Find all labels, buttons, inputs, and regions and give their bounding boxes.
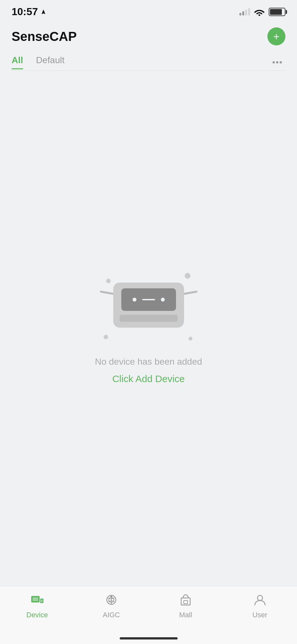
add-device-link[interactable]: Click Add Device: [112, 373, 185, 384]
app-title: SenseCAP: [12, 29, 77, 44]
decoration-dot-2: [185, 273, 190, 279]
robot-screen: [121, 288, 176, 311]
wifi-icon: [254, 8, 265, 16]
decoration-dot-3: [104, 335, 108, 339]
mall-icon: [177, 591, 194, 608]
svg-point-8: [110, 596, 112, 598]
robot-mouth: [142, 299, 155, 300]
svg-point-11: [257, 595, 263, 601]
status-bar: 10:57: [0, 0, 297, 21]
status-icons: [239, 8, 285, 16]
more-options-button[interactable]: [269, 54, 285, 71]
empty-message: No device has been added: [95, 357, 202, 367]
robot-base: [120, 315, 178, 322]
nav-label-mall: Mall: [179, 611, 192, 619]
nav-label-device: Device: [26, 611, 48, 619]
dot-3: [280, 61, 282, 63]
nav-item-device[interactable]: Device: [0, 591, 74, 619]
svg-point-0: [258, 14, 260, 16]
tabs-container: All Default: [12, 55, 65, 69]
tab-all[interactable]: All: [12, 55, 23, 69]
svg-rect-2: [32, 597, 38, 601]
time-display: 10:57: [12, 6, 38, 18]
nav-label-user: User: [252, 611, 267, 619]
location-icon: [41, 9, 46, 15]
dot-2: [276, 61, 278, 63]
empty-state-illustration: [97, 273, 200, 344]
nav-label-aigc: AIGC: [103, 611, 120, 619]
battery-icon: [269, 8, 285, 16]
device-icon: [29, 591, 45, 608]
home-indicator: [120, 637, 178, 639]
dot-1: [273, 61, 275, 63]
robot-body: [113, 283, 184, 328]
aigc-icon: [103, 591, 120, 608]
robot-eye-right: [161, 298, 165, 302]
tab-default[interactable]: Default: [36, 55, 65, 69]
svg-rect-10: [184, 601, 188, 604]
robot-eye-left: [133, 298, 136, 302]
decoration-dot-4: [189, 337, 192, 341]
nav-item-user[interactable]: User: [223, 591, 297, 619]
add-device-button[interactable]: +: [267, 27, 285, 45]
tabs-row: All Default: [0, 51, 297, 71]
status-time: 10:57: [12, 6, 46, 18]
nav-item-aigc[interactable]: AIGC: [74, 591, 149, 619]
user-icon: [252, 591, 268, 608]
plus-icon: +: [273, 31, 280, 42]
decoration-dot-1: [106, 279, 111, 283]
main-content: No device has been added Click Add Devic…: [0, 71, 297, 644]
bottom-nav: Device AIGC Mall: [0, 586, 297, 644]
svg-rect-4: [41, 600, 43, 602]
header: SenseCAP +: [0, 21, 297, 51]
nav-item-mall[interactable]: Mall: [149, 591, 223, 619]
signal-icon: [239, 8, 250, 15]
